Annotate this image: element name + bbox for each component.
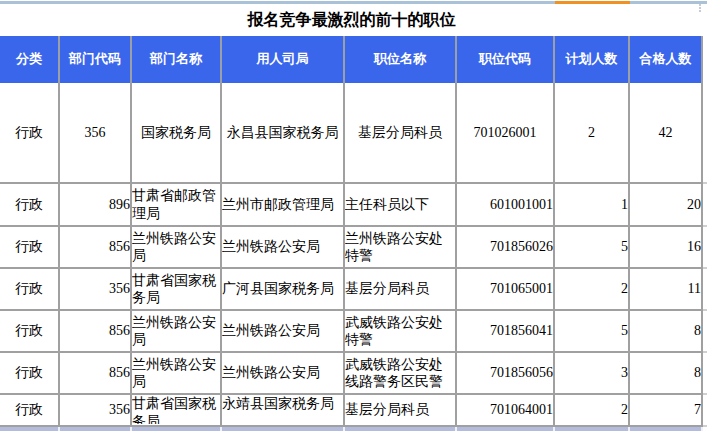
page-title: 报名竞争最激烈的前十的职位 bbox=[0, 4, 703, 35]
header-dept-name: 部门名称 bbox=[132, 36, 222, 83]
cell-qualified-count: 42 bbox=[630, 83, 703, 184]
cell-position-name: 基层分局科员 bbox=[345, 395, 457, 427]
table-row: 行政 856 兰州铁路公安局 兰州铁路公安局 武威铁路公安处线路警务区民警 70… bbox=[0, 353, 707, 395]
cell-planned-count: 2 bbox=[555, 395, 630, 427]
cell-position-code: 701064001 bbox=[457, 395, 555, 427]
cell-dept-name: 兰州铁路公安局 bbox=[132, 311, 222, 353]
cell-text: 永靖县国家税务局 bbox=[222, 395, 343, 413]
cell-dept-code: 856 bbox=[60, 227, 132, 269]
cell-position-code: 701856041 bbox=[457, 311, 555, 353]
cell-sliver bbox=[703, 353, 707, 395]
band-cell bbox=[703, 427, 707, 431]
cell-dept-code: 856 bbox=[60, 311, 132, 353]
cell-sliver bbox=[703, 269, 707, 311]
header-qualified-count: 合格人数 bbox=[630, 36, 703, 83]
cell-qualified-count: 16 bbox=[630, 227, 703, 269]
band-cell bbox=[630, 427, 703, 431]
cell-dept-code: 356 bbox=[60, 83, 132, 184]
cell-position-code: 701026001 bbox=[457, 83, 555, 184]
cell-position-name: 基层分局科员 bbox=[345, 83, 457, 184]
cell-category: 行政 bbox=[0, 311, 60, 353]
cell-bureau: 兰州铁路公安局 bbox=[222, 353, 345, 395]
cell-category: 行政 bbox=[0, 353, 60, 395]
cell-sliver bbox=[703, 83, 707, 184]
table-row: 行政 856 兰州铁路公安局 兰州铁路公安局 兰州铁路公安处特警 7018560… bbox=[0, 227, 707, 269]
cell-position-name: 武威铁路公安处特警 bbox=[345, 311, 457, 353]
header-dept-code: 部门代码 bbox=[60, 36, 132, 83]
cell-category: 行政 bbox=[0, 269, 60, 311]
header-sliver bbox=[703, 36, 707, 83]
cell-bureau: 广河县国家税务局 bbox=[222, 269, 345, 311]
page: 报名竞争最激烈的前十的职位 分类 部门代码 部门名称 用人司局 职位名称 职位代… bbox=[0, 0, 707, 431]
table-header-row: 分类 部门代码 部门名称 用人司局 职位名称 职位代码 计划人数 合格人数 bbox=[0, 36, 707, 83]
cell-sliver bbox=[703, 395, 707, 427]
band-cell bbox=[0, 427, 60, 431]
cell-planned-count: 5 bbox=[555, 311, 630, 353]
band-cell bbox=[222, 427, 345, 431]
cell-planned-count: 1 bbox=[555, 184, 630, 227]
header-bureau: 用人司局 bbox=[222, 36, 345, 83]
cell-qualified-count: 7 bbox=[630, 395, 703, 427]
cell-planned-count: 5 bbox=[555, 227, 630, 269]
cell-sliver bbox=[703, 311, 707, 353]
cell-bureau: 兰州铁路公安局 bbox=[222, 227, 345, 269]
cell-bureau: 兰州铁路公安局 bbox=[222, 311, 345, 353]
cell-dept-code: 356 bbox=[60, 269, 132, 311]
header-planned-count: 计划人数 bbox=[555, 36, 630, 83]
band-cell bbox=[132, 427, 222, 431]
cell-bureau: 永靖县国家税务局 bbox=[222, 395, 345, 427]
cell-category: 行政 bbox=[0, 83, 60, 184]
cell-position-name: 基层分局科员 bbox=[345, 269, 457, 311]
cell-category: 行政 bbox=[0, 395, 60, 427]
cell-position-code: 701856056 bbox=[457, 353, 555, 395]
cell-dept-code: 856 bbox=[60, 353, 132, 395]
band-cell bbox=[457, 427, 555, 431]
table-row: 行政 896 甘肃省邮政管理局 兰州市邮政管理局 主任科员以下 60100100… bbox=[0, 184, 707, 227]
cell-category: 行政 bbox=[0, 184, 60, 227]
cell-qualified-count: 11 bbox=[630, 269, 703, 311]
cell-qualified-count: 20 bbox=[630, 184, 703, 227]
cell-qualified-count: 8 bbox=[630, 353, 703, 395]
cell-category: 行政 bbox=[0, 227, 60, 269]
cell-position-name: 主任科员以下 bbox=[345, 184, 457, 227]
cell-sliver bbox=[703, 184, 707, 227]
cell-dept-code: 896 bbox=[60, 184, 132, 227]
cell-planned-count: 2 bbox=[555, 83, 630, 184]
table-row: 行政 356 国家税务局 永昌县国家税务局 基层分局科员 701026001 2… bbox=[0, 83, 707, 184]
band-cell bbox=[555, 427, 630, 431]
cell-dept-name: 甘肃省邮政管理局 bbox=[132, 184, 222, 227]
cell-planned-count: 3 bbox=[555, 353, 630, 395]
cell-planned-count: 2 bbox=[555, 269, 630, 311]
cell-sliver bbox=[703, 227, 707, 269]
header-category: 分类 bbox=[0, 36, 60, 83]
cell-text: 甘肃省国家税务局 bbox=[132, 395, 220, 424]
table-row: 行政 856 兰州铁路公安局 兰州铁路公安局 武威铁路公安处特警 7018560… bbox=[0, 311, 707, 353]
cell-dept-name: 国家税务局 bbox=[132, 83, 222, 184]
cell-position-name: 武威铁路公安处线路警务区民警 bbox=[345, 353, 457, 395]
table-row: 行政 356 甘肃省国家税务局 永靖县国家税务局 基层分局科员 70106400… bbox=[0, 395, 707, 427]
cell-position-name: 兰州铁路公安处特警 bbox=[345, 227, 457, 269]
band-cell bbox=[60, 427, 132, 431]
header-position-name: 职位名称 bbox=[345, 36, 457, 83]
cell-dept-name: 兰州铁路公安局 bbox=[132, 227, 222, 269]
cell-position-code: 701065001 bbox=[457, 269, 555, 311]
cell-dept-name: 甘肃省国家税务局 bbox=[132, 269, 222, 311]
cell-dept-name: 甘肃省国家税务局 bbox=[132, 395, 222, 427]
band-cell bbox=[345, 427, 457, 431]
cell-position-code: 601001001 bbox=[457, 184, 555, 227]
bottom-row-sliver bbox=[0, 427, 707, 431]
cell-dept-name: 兰州铁路公安局 bbox=[132, 353, 222, 395]
cell-dept-code: 356 bbox=[60, 395, 132, 427]
header-position-code: 职位代码 bbox=[457, 36, 555, 83]
cell-qualified-count: 8 bbox=[630, 311, 703, 353]
cell-position-code: 701856026 bbox=[457, 227, 555, 269]
cell-bureau: 兰州市邮政管理局 bbox=[222, 184, 345, 227]
cell-bureau: 永昌县国家税务局 bbox=[222, 83, 345, 184]
positions-table: 分类 部门代码 部门名称 用人司局 职位名称 职位代码 计划人数 合格人数 行政… bbox=[0, 36, 707, 431]
table-row: 行政 356 甘肃省国家税务局 广河县国家税务局 基层分局科员 70106500… bbox=[0, 269, 707, 311]
